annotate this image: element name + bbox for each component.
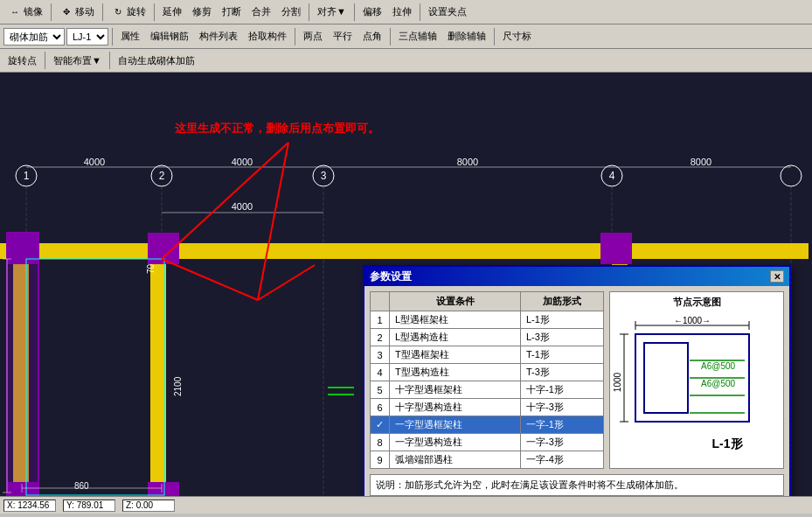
rotatepoint-button[interactable]: 旋转点	[3, 52, 41, 70]
row-form: 一字-3形	[521, 434, 604, 451]
twopoint-button[interactable]: 两点	[299, 27, 327, 45]
row-num: 4	[371, 364, 390, 381]
extend-button[interactable]: 延伸	[158, 3, 186, 21]
row-num: 6	[371, 399, 390, 416]
statusbar: X: 1234.56 Y: 789.01 Z: 0.00	[0, 496, 812, 514]
row-num: 1	[371, 311, 390, 329]
setpoint-button[interactable]: 设置夹点	[424, 3, 471, 21]
editbar-button[interactable]: 编辑钢筋	[146, 27, 193, 45]
table-row[interactable]: 1 L型遇框架柱 L-1形	[371, 311, 604, 329]
cad-canvas[interactable]: 1 2 3 4 4000 4000 8000 8000 4000	[0, 73, 812, 496]
toolbar-row1: ↔ 镜像 ✥ 移动 ↻ 旋转 延伸 修剪 打断 合并 分割 对齐▼	[0, 0, 812, 24]
stretch-button[interactable]: 拉伸	[388, 3, 416, 21]
separator	[102, 3, 103, 21]
svg-text:4: 4	[609, 170, 615, 182]
status-x: X: 1234.56	[3, 500, 56, 512]
row-form: 十字-1形	[521, 381, 604, 399]
dialog-title: 参数设置	[370, 269, 412, 284]
angle-button[interactable]: 点角	[358, 27, 386, 45]
offset-button[interactable]: 偏移	[358, 3, 386, 21]
rotate-icon: ↻	[111, 5, 125, 19]
param-table: 设置条件 加筋形式 1 L型遇框架柱 L-1形 2 L型遇构造柱 L-3形 3 …	[370, 291, 604, 469]
svg-text:8000: 8000	[457, 157, 478, 167]
dialog-left: 设置条件 加筋形式 1 L型遇框架柱 L-1形 2 L型遇构造柱 L-3形 3 …	[370, 291, 604, 469]
row-form: 十字-3形	[521, 399, 604, 416]
table-row[interactable]: ✓ 一字型遇框架柱 一字-1形	[371, 416, 604, 434]
threepoint-button[interactable]: 三点辅轴	[394, 27, 441, 45]
dimscale-button[interactable]: 尺寸标	[498, 27, 536, 45]
autogen-button[interactable]: 自动生成砌体加筋	[114, 52, 199, 70]
align-button[interactable]: 对齐▼	[313, 3, 350, 21]
table-row[interactable]: 3 T型遇框架柱 T-1形	[371, 346, 604, 364]
mirror-icon: ↔	[8, 5, 22, 19]
svg-text:4000: 4000	[232, 201, 253, 212]
table-header-form: 加筋形式	[521, 292, 604, 311]
status-z: Z: 0.00	[122, 500, 175, 512]
pickup-button[interactable]: 拾取构件	[244, 27, 291, 45]
svg-text:A6@500: A6@500	[701, 379, 736, 388]
property-button[interactable]: 属性	[116, 27, 144, 45]
type-dropdown[interactable]: 砌体加筋	[3, 28, 65, 45]
partlist-button[interactable]: 构件列表	[195, 27, 242, 45]
svg-text:70: 70	[146, 263, 156, 274]
row-num: 3	[371, 346, 390, 364]
row-form: T-3形	[521, 364, 604, 381]
move-button[interactable]: ✥ 移动	[55, 3, 99, 22]
svg-text:8000: 8000	[691, 157, 711, 167]
dialog-main: 设置条件 加筋形式 1 L型遇框架柱 L-1形 2 L型遇构造柱 L-3形 3 …	[370, 291, 784, 469]
row-form: L-1形	[521, 311, 604, 329]
separator	[420, 3, 420, 21]
svg-text:860: 860	[74, 481, 89, 491]
toolbar-row3: 旋转点 智能布置▼ 自动生成砌体加筋	[0, 49, 812, 72]
row-num: ✓	[371, 416, 390, 434]
table-row[interactable]: 8 一字型遇构造柱 一字-3形	[371, 434, 604, 451]
row-condition: L型遇框架柱	[390, 311, 521, 329]
dialog-close-button[interactable]: ✕	[770, 270, 784, 283]
separator	[494, 28, 495, 45]
preview-title: 节点示意图	[673, 296, 721, 309]
smartset-button[interactable]: 智能布置▼	[49, 52, 106, 70]
separator	[295, 28, 295, 45]
separator	[390, 28, 391, 45]
svg-rect-26	[363, 243, 809, 259]
table-row[interactable]: 5 十字型遇框架柱 十字-1形	[371, 381, 604, 399]
param-dialog: 参数设置 ✕ 设置条件 加筋形式	[363, 265, 791, 496]
row-condition: L型遇构造柱	[390, 329, 521, 346]
svg-text:1: 1	[24, 170, 30, 182]
parallel-button[interactable]: 平行	[329, 27, 357, 45]
table-row[interactable]: 6 十字型遇构造柱 十字-3形	[371, 399, 604, 416]
separator	[51, 3, 52, 21]
separator	[154, 3, 155, 21]
separator	[309, 3, 309, 21]
separator	[45, 52, 45, 69]
svg-text:←1000→: ←1000→	[674, 316, 711, 325]
merge-button[interactable]: 合并	[247, 3, 275, 21]
table-row[interactable]: 9 弧墙端部遇柱 一字-4形	[371, 451, 604, 469]
lj-dropdown[interactable]: LJ-1	[66, 28, 108, 45]
dialog-description: 说明：加筋形式允许为空，此时在满足该设置条件时将不生成砌体加筋。	[370, 474, 784, 496]
delaux-button[interactable]: 删除辅轴	[443, 27, 490, 45]
svg-rect-36	[7, 233, 38, 495]
table-row[interactable]: 4 T型遇构造柱 T-3形	[371, 364, 604, 381]
split-button[interactable]: 分割	[277, 3, 305, 21]
svg-text:A6@500: A6@500	[701, 361, 736, 371]
table-row[interactable]: 2 L型遇构造柱 L-3形	[371, 329, 604, 346]
rotate-button[interactable]: ↻ 旋转	[107, 3, 150, 22]
row-form: L-3形	[521, 329, 604, 346]
repair-button[interactable]: 修剪	[188, 3, 216, 21]
svg-text:2: 2	[159, 170, 165, 182]
row-form: 一字-1形	[521, 416, 604, 434]
svg-rect-28	[150, 259, 166, 496]
svg-text:3: 3	[321, 170, 327, 182]
row-condition: 十字型遇框架柱	[390, 381, 521, 399]
mirror-button[interactable]: ↔ 镜像	[3, 3, 47, 22]
break-button[interactable]: 打断	[218, 3, 246, 21]
svg-text:L-1形: L-1形	[712, 437, 744, 451]
node-preview: ←1000→ 1000 A6@500 A6@500	[614, 312, 780, 461]
toolbar-row2: 砌体加筋 LJ-1 属性 编辑钢筋 构件列表 拾取构件 两点 平行 点角 三点辅…	[0, 24, 812, 49]
svg-text:4000: 4000	[84, 157, 105, 167]
svg-text:1000: 1000	[614, 372, 622, 392]
svg-text:2100: 2100	[173, 376, 183, 396]
separator	[112, 28, 113, 45]
row-form: T-1形	[521, 346, 604, 364]
